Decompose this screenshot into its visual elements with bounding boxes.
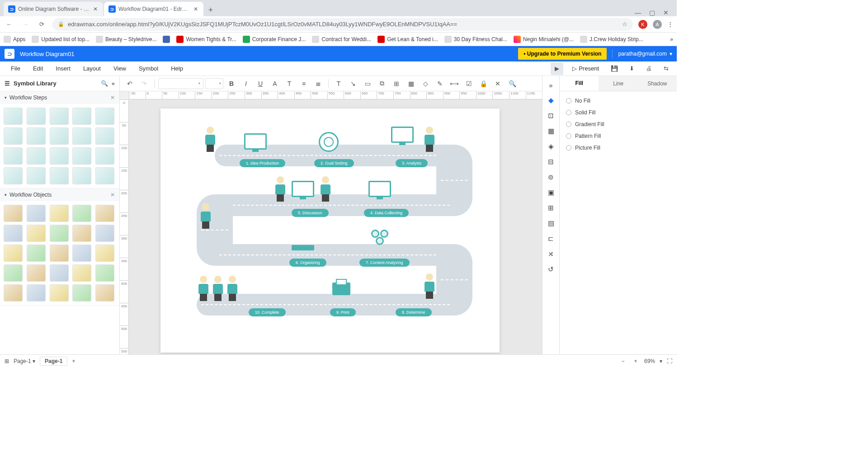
library-shape[interactable] bbox=[4, 127, 23, 145]
gears-icon[interactable] bbox=[368, 230, 391, 246]
bookmark-star-icon[interactable]: ☆ bbox=[622, 21, 627, 28]
chart-monitor-icon[interactable] bbox=[391, 127, 414, 143]
font-family-select[interactable]: ▾ bbox=[158, 78, 203, 89]
library-shape[interactable] bbox=[72, 284, 91, 301]
underline-icon[interactable]: U bbox=[254, 77, 267, 90]
zoom-in-button[interactable]: + bbox=[632, 358, 640, 364]
bookmark-item[interactable]: J.Crew Holiday Strip... bbox=[580, 36, 643, 43]
bookmark-item[interactable]: Beauty – Styledrive... bbox=[96, 36, 156, 43]
library-shape[interactable] bbox=[72, 108, 91, 125]
library-shape[interactable] bbox=[27, 264, 46, 282]
library-shape[interactable] bbox=[50, 245, 69, 262]
library-shape[interactable] bbox=[27, 127, 46, 145]
library-section-header[interactable]: ▾ Workflow Objects ✕ bbox=[0, 188, 119, 201]
library-section-header[interactable]: ▾ Workflow Steps ✕ bbox=[0, 91, 119, 104]
bookmark-item[interactable]: Apps bbox=[4, 36, 25, 43]
line-spacing-icon[interactable]: ≣ bbox=[312, 77, 325, 90]
library-shape[interactable] bbox=[4, 147, 23, 165]
forward-icon[interactable]: → bbox=[20, 19, 31, 30]
menu-symbol[interactable]: Symbol bbox=[132, 65, 165, 72]
library-shape[interactable] bbox=[95, 284, 114, 301]
profile-avatar[interactable]: A bbox=[653, 20, 662, 29]
step-label[interactable]: 3. Analysis bbox=[396, 159, 428, 167]
library-shape[interactable] bbox=[4, 225, 23, 242]
person-icon[interactable] bbox=[319, 176, 332, 201]
library-shape[interactable] bbox=[50, 167, 69, 184]
menu-insert[interactable]: Insert bbox=[49, 65, 77, 72]
road-segment[interactable] bbox=[215, 244, 454, 266]
library-shape[interactable] bbox=[50, 284, 69, 301]
menu-file[interactable]: File bbox=[5, 65, 27, 72]
bookmark-item[interactable]: Women Tights & Tr... bbox=[176, 36, 236, 43]
person-icon[interactable] bbox=[199, 203, 212, 228]
chevron-down-icon[interactable]: ▾ bbox=[660, 358, 662, 364]
tab-shadow[interactable]: Shadow bbox=[638, 76, 677, 91]
monitor-icon[interactable] bbox=[292, 181, 314, 197]
user-menu[interactable]: paratha@gmail.com▾ bbox=[618, 51, 672, 57]
bookmark-item[interactable]: 30 Day Fitness Chal... bbox=[444, 36, 507, 43]
distribute-icon[interactable]: ▦ bbox=[405, 77, 417, 90]
save-icon[interactable]: 💾 bbox=[608, 62, 621, 75]
library-shape[interactable] bbox=[95, 245, 114, 262]
library-shape[interactable] bbox=[95, 264, 114, 282]
bold-icon[interactable]: B bbox=[225, 77, 238, 90]
bookmarks-overflow-icon[interactable]: » bbox=[670, 36, 673, 42]
library-shape[interactable] bbox=[50, 127, 69, 145]
library-shape[interactable] bbox=[27, 284, 46, 301]
library-shape[interactable] bbox=[50, 108, 69, 125]
print-icon[interactable]: 🖨 bbox=[642, 62, 655, 75]
align-left-icon[interactable]: ≡ bbox=[297, 77, 310, 90]
expand-panel-icon[interactable]: » bbox=[545, 79, 557, 91]
step-label[interactable]: 10. Complete bbox=[249, 308, 286, 316]
library-shape[interactable] bbox=[50, 205, 69, 222]
page-list-icon[interactable]: ⊞ bbox=[5, 358, 9, 364]
library-shape[interactable] bbox=[95, 147, 114, 165]
present-button[interactable]: ▷Present bbox=[568, 65, 604, 72]
fill-option-solid[interactable]: Solid Fill bbox=[566, 109, 670, 116]
library-shape[interactable] bbox=[50, 225, 69, 242]
library-shape[interactable] bbox=[95, 167, 114, 184]
library-shape[interactable] bbox=[72, 147, 91, 165]
add-page-button[interactable]: + bbox=[72, 358, 75, 364]
page-tab[interactable]: Page-1 bbox=[40, 357, 67, 366]
menu-layout[interactable]: Layout bbox=[77, 65, 107, 72]
target-icon[interactable] bbox=[319, 132, 339, 152]
close-section-icon[interactable]: ✕ bbox=[110, 94, 115, 101]
fill-icon[interactable]: ◇ bbox=[419, 77, 432, 90]
document-title[interactable]: Workflow Diagram01 bbox=[20, 51, 74, 57]
maximize-icon[interactable]: ▢ bbox=[649, 9, 655, 16]
text-box-icon[interactable]: T bbox=[332, 77, 345, 90]
library-shape[interactable] bbox=[95, 225, 114, 242]
library-shape[interactable] bbox=[4, 205, 23, 222]
router-icon[interactable] bbox=[292, 245, 314, 250]
close-icon[interactable]: ✕ bbox=[663, 9, 669, 16]
fill-option-nofill[interactable]: No Fill bbox=[566, 98, 670, 104]
library-shape[interactable] bbox=[27, 225, 46, 242]
upgrade-button[interactable]: • Upgrade to Premium Version bbox=[518, 48, 607, 60]
library-shape[interactable] bbox=[95, 127, 114, 145]
tab-close-icon[interactable]: ✕ bbox=[92, 6, 99, 12]
picture-icon[interactable]: ▣ bbox=[545, 186, 557, 199]
browser-tab[interactable]: ⊃ Workflow Diagram01 - Edraw M... ✕ bbox=[104, 2, 203, 16]
collapse-sidebar-icon[interactable]: « bbox=[112, 80, 115, 87]
library-shape[interactable] bbox=[72, 245, 91, 262]
undo-icon[interactable]: ↶ bbox=[123, 77, 136, 90]
library-shape[interactable] bbox=[72, 264, 91, 282]
table-icon[interactable]: ▤ bbox=[545, 217, 557, 230]
data-icon[interactable]: ⊜ bbox=[545, 171, 557, 184]
menu-help[interactable]: Help bbox=[165, 65, 189, 72]
menu-edit[interactable]: Edit bbox=[27, 65, 49, 72]
url-input[interactable]: 🔒 edrawmax.com/online/app.html?y0/KUjV2K… bbox=[52, 18, 633, 31]
redo-icon[interactable]: ↷ bbox=[138, 77, 151, 90]
text-highlight-icon[interactable]: T bbox=[283, 77, 296, 90]
canvas-page[interactable]: 1. Idea Production 2. Goal Setting 3. An… bbox=[160, 108, 500, 353]
library-shape[interactable] bbox=[27, 205, 46, 222]
library-shape[interactable] bbox=[72, 167, 91, 184]
search-icon[interactable]: 🔍 bbox=[101, 80, 108, 87]
fill-tool-icon[interactable]: ◆ bbox=[545, 94, 557, 107]
checkbox-icon[interactable]: ☑ bbox=[462, 77, 475, 90]
person-icon[interactable] bbox=[203, 127, 217, 151]
library-shape[interactable] bbox=[4, 264, 23, 282]
road-segment[interactable] bbox=[215, 194, 454, 216]
ruler-icon[interactable]: ⊏ bbox=[545, 232, 557, 245]
